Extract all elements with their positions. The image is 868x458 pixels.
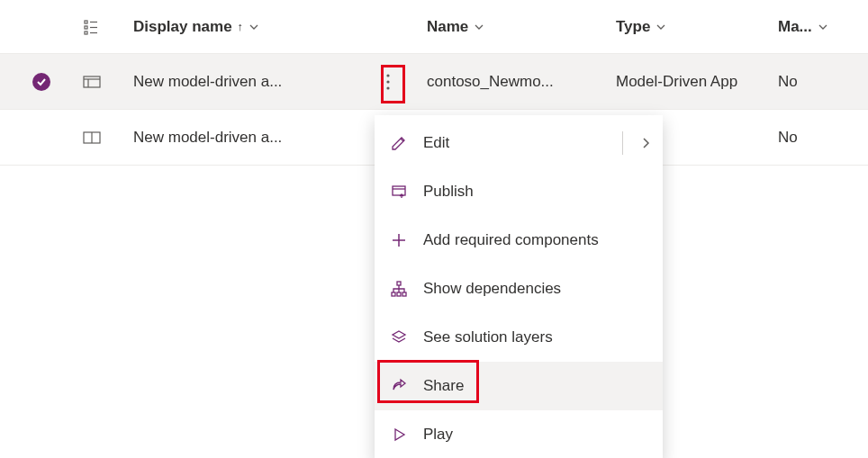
svg-rect-0 — [85, 21, 87, 23]
row-managed: No — [778, 73, 850, 91]
column-header-type[interactable]: Type — [616, 18, 778, 36]
row-display-name: New model-driven a... — [133, 129, 376, 147]
chevron-down-icon — [249, 22, 259, 32]
canvas-icon — [83, 131, 101, 144]
svg-rect-23 — [397, 292, 401, 296]
column-header-label: Ma... — [778, 18, 812, 36]
column-header-label: Display name — [133, 18, 232, 36]
sort-ascending-icon: ↑ — [238, 20, 244, 33]
pencil-icon — [389, 133, 409, 153]
column-header-managed[interactable]: Ma... — [778, 18, 850, 36]
row-type-icon-cell — [83, 131, 133, 144]
svg-rect-17 — [393, 186, 405, 195]
svg-rect-4 — [85, 31, 87, 34]
row-managed: No — [778, 129, 850, 147]
menu-separator — [622, 131, 623, 155]
row-type: Model-Driven App — [616, 73, 778, 91]
menu-item-label: Show dependencies — [423, 280, 561, 298]
menu-item-show-dependencies[interactable]: Show dependencies — [375, 265, 663, 313]
list-settings-icon — [83, 19, 99, 35]
menu-item-label: Share — [423, 377, 464, 395]
column-header-label: Name — [427, 18, 468, 36]
chevron-down-icon — [656, 22, 666, 32]
row-selection-check[interactable] — [0, 73, 83, 91]
chevron-right-icon[interactable] — [641, 137, 650, 149]
publish-icon — [389, 182, 409, 202]
share-icon — [389, 376, 409, 396]
menu-item-edit[interactable]: Edit — [375, 119, 663, 167]
menu-item-add-components[interactable]: Add required components — [375, 216, 663, 265]
play-icon — [389, 425, 409, 445]
svg-rect-22 — [392, 292, 395, 296]
chevron-down-icon — [818, 22, 828, 32]
svg-point-10 — [386, 80, 389, 83]
column-header-label: Type — [616, 18, 650, 36]
svg-rect-21 — [397, 282, 401, 285]
hierarchy-icon — [389, 279, 409, 299]
row-name: contoso_Newmo... — [427, 73, 616, 91]
svg-point-9 — [386, 74, 389, 76]
row-display-name: New model-driven a... — [133, 73, 376, 91]
menu-item-see-layers[interactable]: See solution layers — [375, 313, 663, 362]
svg-rect-24 — [402, 292, 406, 296]
menu-item-publish[interactable]: Publish — [375, 167, 663, 216]
selected-checkmark-icon — [32, 73, 50, 91]
menu-item-label: See solution layers — [423, 328, 553, 346]
plus-icon — [389, 230, 409, 250]
table-row[interactable]: New model-driven a... contoso_Newmo... M… — [0, 54, 868, 110]
layers-icon — [389, 328, 409, 347]
svg-point-11 — [386, 86, 389, 89]
row-type-icon-cell — [83, 76, 133, 88]
header-type-icon[interactable] — [83, 19, 133, 35]
form-icon — [83, 76, 101, 88]
more-actions-button[interactable] — [376, 66, 400, 98]
chevron-down-icon — [474, 22, 484, 32]
menu-item-label: Play — [423, 426, 453, 444]
menu-item-label: Publish — [423, 183, 474, 201]
svg-rect-2 — [85, 26, 87, 29]
menu-item-play[interactable]: Play — [375, 410, 663, 458]
menu-item-label: Add required components — [423, 231, 599, 249]
menu-item-label: Edit — [423, 134, 449, 152]
vertical-ellipsis-icon — [386, 74, 390, 90]
column-header-name[interactable]: Name — [427, 18, 616, 36]
svg-rect-6 — [84, 76, 100, 87]
menu-item-share[interactable]: Share — [375, 362, 663, 410]
table-header-row: Display name ↑ Name Type Ma... — [0, 0, 868, 54]
column-header-display-name[interactable]: Display name ↑ — [133, 18, 376, 36]
row-context-menu: Edit Publish Add required components Sho… — [375, 115, 663, 458]
